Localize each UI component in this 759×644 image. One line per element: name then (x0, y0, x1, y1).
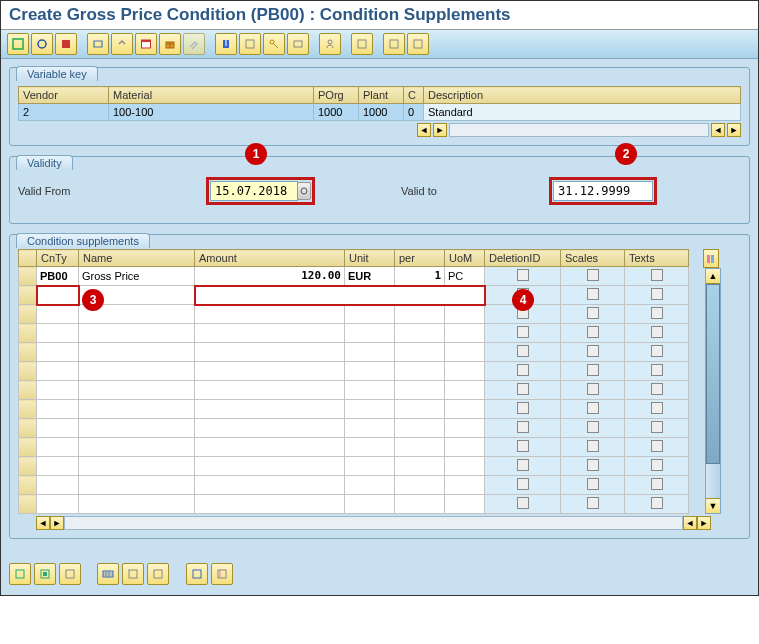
amount-cell[interactable] (195, 267, 344, 285)
table-row[interactable] (19, 457, 689, 476)
valid-from-f4[interactable] (297, 182, 311, 200)
toolbar-btn-16[interactable] (407, 33, 429, 55)
valid-from-input[interactable]: 15.07.2018 (210, 181, 298, 201)
calendar-icon[interactable] (135, 33, 157, 55)
vk-scroll-right[interactable]: ► (433, 123, 447, 137)
svg-rect-22 (103, 571, 113, 577)
validity-label: Validity (16, 155, 73, 170)
name-cell[interactable] (79, 267, 194, 285)
table-row[interactable] (19, 343, 689, 362)
table-row[interactable] (19, 324, 689, 343)
scroll-up[interactable]: ▲ (706, 269, 720, 284)
footer-btn-2[interactable] (34, 563, 56, 585)
cnty-input-empty[interactable] (38, 287, 78, 304)
toolbar-btn-2[interactable] (31, 33, 53, 55)
svg-rect-17 (711, 255, 714, 263)
table-row[interactable] (19, 438, 689, 457)
scales-checkbox[interactable] (587, 269, 599, 281)
toolbar-btn-5[interactable] (111, 33, 133, 55)
svg-point-1 (38, 40, 46, 48)
scroll-thumb[interactable] (706, 284, 720, 464)
footer-btn-8[interactable] (211, 563, 233, 585)
per-cell[interactable] (395, 267, 444, 285)
col-unit[interactable]: Unit (345, 250, 395, 267)
table-row[interactable] (19, 476, 689, 495)
vk-c: 0 (404, 104, 424, 121)
svg-rect-10 (294, 41, 302, 47)
person-icon[interactable] (319, 33, 341, 55)
table-row[interactable] (19, 381, 689, 400)
col-per[interactable]: per (395, 250, 445, 267)
table-row[interactable] (19, 305, 689, 324)
col-texts[interactable]: Texts (625, 250, 689, 267)
vertical-scrollbar[interactable]: ▲ ▼ (705, 268, 721, 514)
vk-scroll-left[interactable]: ◄ (417, 123, 431, 137)
unit-input-empty[interactable] (345, 287, 395, 304)
svg-rect-20 (43, 572, 47, 576)
col-amount[interactable]: Amount (195, 250, 345, 267)
svg-rect-2 (62, 40, 70, 48)
vk-plant: 1000 (359, 104, 404, 121)
vk-scroll-right2[interactable]: ► (727, 123, 741, 137)
validity-group: Validity 1 2 Valid From 15.07.2018 Valid… (9, 156, 750, 224)
toolbar-btn-12[interactable] (287, 33, 309, 55)
col-scales[interactable]: Scales (561, 250, 625, 267)
footer-btn-5[interactable] (122, 563, 144, 585)
column-config-icon[interactable] (703, 249, 719, 268)
svg-rect-16 (707, 255, 710, 263)
deletion-checkbox[interactable] (517, 269, 529, 281)
footer-btn-6[interactable] (147, 563, 169, 585)
marker-2: 2 (615, 143, 637, 165)
footer-btn-1[interactable] (9, 563, 31, 585)
col-cnty[interactable]: CnTy (37, 250, 79, 267)
scales-checkbox[interactable] (587, 288, 599, 300)
table-row[interactable] (19, 495, 689, 514)
toolbar-btn-3[interactable] (55, 33, 77, 55)
table-row[interactable] (19, 286, 689, 305)
toolbar-btn-1[interactable] (7, 33, 29, 55)
hscroll-track[interactable] (64, 516, 683, 530)
footer-btn-3[interactable] (59, 563, 81, 585)
gift-icon[interactable] (159, 33, 181, 55)
footer-btn-4[interactable] (97, 563, 119, 585)
vk-material: 100-100 (109, 104, 314, 121)
per-input-empty[interactable] (395, 287, 445, 304)
amount-input-empty[interactable] (196, 287, 345, 304)
toolbar-btn-4[interactable] (87, 33, 109, 55)
hscroll-right[interactable]: ► (50, 516, 64, 530)
svg-rect-25 (193, 570, 201, 578)
vk-scroll-track[interactable] (449, 123, 709, 137)
unit-cell[interactable] (345, 267, 394, 285)
key-icon[interactable] (263, 33, 285, 55)
vk-header-c: C (404, 87, 424, 104)
toolbar-btn-10[interactable] (239, 33, 261, 55)
table-row[interactable] (19, 267, 689, 286)
scroll-down[interactable]: ▼ (706, 498, 720, 513)
footer-btn-7[interactable] (186, 563, 208, 585)
table-row[interactable] (19, 400, 689, 419)
toolbar-btn-15[interactable] (383, 33, 405, 55)
uom-input-empty[interactable] (445, 287, 484, 304)
condition-table[interactable]: CnTy Name Amount Unit per UoM DeletionID… (18, 249, 689, 514)
table-row[interactable] (19, 419, 689, 438)
col-uom[interactable]: UoM (445, 250, 485, 267)
col-name[interactable]: Name (79, 250, 195, 267)
valid-to-input[interactable]: 31.12.9999 (553, 181, 653, 201)
texts-checkbox[interactable] (651, 269, 663, 281)
toolbar-btn-8[interactable] (183, 33, 205, 55)
vk-scroll-left2[interactable]: ◄ (711, 123, 725, 137)
col-delid[interactable]: DeletionID (485, 250, 561, 267)
uom-cell[interactable] (445, 267, 484, 285)
hscroll-left2[interactable]: ◄ (683, 516, 697, 530)
texts-checkbox[interactable] (651, 288, 663, 300)
info-icon[interactable]: i (215, 33, 237, 55)
cnty-cell[interactable] (37, 267, 78, 285)
hscroll-right2[interactable]: ► (697, 516, 711, 530)
valid-to-label: Valid to (401, 185, 541, 197)
svg-point-11 (328, 40, 332, 44)
condition-supplements-label: Condition supplements (16, 233, 150, 248)
table-row[interactable] (19, 362, 689, 381)
hscroll-left[interactable]: ◄ (36, 516, 50, 530)
bottom-toolbar (1, 557, 758, 595)
toolbar-btn-14[interactable] (351, 33, 373, 55)
